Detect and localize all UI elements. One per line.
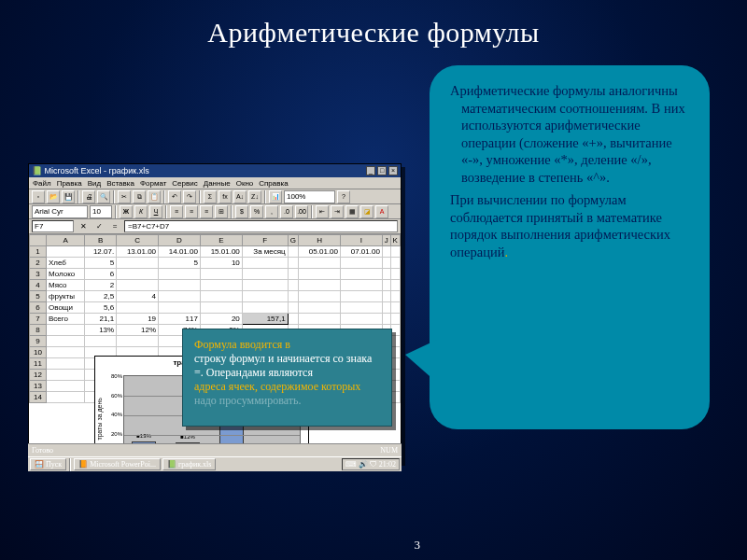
cell[interactable] [299,258,341,269]
col-header[interactable]: H [299,235,341,246]
copy-icon[interactable]: ⧉ [133,190,146,203]
cell[interactable] [159,291,201,302]
start-button[interactable]: 🪟 Пуск [30,458,66,470]
indent-inc-icon[interactable]: ⇥ [331,205,344,218]
row-header[interactable]: 14 [30,392,47,403]
sort-asc-icon[interactable]: A↓ [233,190,247,203]
cell[interactable] [341,258,383,269]
cell[interactable]: Овощи [47,302,85,314]
currency-icon[interactable]: $ [235,205,248,218]
col-header[interactable]: J [382,235,390,246]
cancel-icon[interactable]: ✕ [77,222,90,231]
cell[interactable] [390,258,400,269]
cell[interactable] [382,246,390,258]
cell[interactable] [159,302,201,314]
cell[interactable]: Молоко [47,269,85,280]
cell[interactable] [47,392,85,403]
cell[interactable] [382,291,390,302]
menu-edit[interactable]: Правка [57,179,82,188]
row-header[interactable]: 10 [30,347,47,358]
row-header[interactable]: 4 [30,280,47,291]
cell[interactable] [47,370,85,381]
save-icon[interactable]: 💾 [62,190,75,203]
cell[interactable] [242,302,288,314]
cell[interactable] [47,246,85,258]
format-toolbar[interactable]: Arial Cyr 10 Ж К Ч ≡ ≡ ≡ ⊞ $ % , .0 .00 … [29,204,401,219]
preview-icon[interactable]: 🔍 [97,190,110,203]
col-header[interactable]: D [159,235,201,246]
cell[interactable]: 117 [159,314,201,325]
titlebar[interactable]: 📗 Microsoft Excel - график.xls _ □ × [29,164,401,177]
cell[interactable]: 5,6 [85,302,117,314]
cell[interactable]: 2 [85,280,117,291]
cell[interactable] [117,269,159,280]
col-header[interactable]: K [390,235,400,246]
cell[interactable] [341,280,383,291]
cell[interactable] [390,314,400,325]
cell[interactable]: 19 [117,314,159,325]
minimize-button[interactable]: _ [366,166,375,175]
cell[interactable] [288,314,298,325]
cell[interactable]: 12% [117,325,159,336]
cell[interactable] [288,269,298,280]
fx-icon[interactable]: fx [218,190,232,203]
paste-icon[interactable]: 📋 [148,190,161,203]
row-header[interactable]: 6 [30,302,47,314]
cell[interactable]: Мясо [47,280,85,291]
col-header[interactable]: B [85,235,117,246]
cell[interactable] [382,258,390,269]
cell[interactable]: 14.01.00 [159,246,201,258]
row-header[interactable]: 1 [30,246,47,258]
cell[interactable] [390,291,400,302]
comma-icon[interactable]: , [265,205,278,218]
col-header[interactable]: F [242,235,288,246]
cell[interactable]: 5 [85,258,117,269]
row-header[interactable]: 13 [30,381,47,392]
col-header[interactable]: C [117,235,159,246]
cell[interactable] [242,280,288,291]
chart-icon[interactable]: 📊 [269,190,282,203]
table-row[interactable]: 2Хлеб5510 [30,258,401,269]
cell[interactable]: 13.01.00 [117,246,159,258]
inc-decimal-icon[interactable]: .0 [280,205,293,218]
align-left-icon[interactable]: ≡ [170,205,183,218]
new-icon[interactable]: ▫ [32,190,45,203]
row-header[interactable]: 9 [30,336,47,347]
print-icon[interactable]: 🖨 [82,190,95,203]
cell[interactable] [47,381,85,392]
cell[interactable] [341,302,383,314]
cell[interactable] [200,302,242,314]
row-header[interactable]: 3 [30,269,47,280]
col-header[interactable]: I [341,235,383,246]
cell[interactable] [159,269,201,280]
cell[interactable]: 13% [85,325,117,336]
cell[interactable] [47,336,85,347]
cell[interactable] [341,291,383,302]
cell[interactable] [382,280,390,291]
cell[interactable]: 15.01.00 [200,246,242,258]
cell[interactable] [299,291,341,302]
col-header[interactable]: A [47,235,85,246]
menu-file[interactable]: Файл [33,179,51,188]
cell[interactable]: За месяц [242,246,288,258]
cell[interactable] [341,314,383,325]
cell[interactable] [288,258,298,269]
fill-color-icon[interactable]: ◪ [360,205,374,218]
cell[interactable] [288,302,298,314]
cell[interactable] [242,258,288,269]
cell[interactable]: фрукты [47,291,85,302]
cell[interactable] [299,302,341,314]
equals-icon[interactable]: = [108,222,121,231]
bold-icon[interactable]: Ж [120,205,133,218]
cell[interactable] [200,291,242,302]
borders-icon[interactable]: ▦ [345,205,359,218]
cell[interactable]: 4 [117,291,159,302]
close-button[interactable]: × [388,166,398,175]
sum-icon[interactable]: Σ [204,190,217,203]
cell[interactable] [299,280,341,291]
cell[interactable]: 10 [200,258,242,269]
cell[interactable] [200,280,242,291]
cell[interactable] [390,280,400,291]
cell[interactable] [47,358,85,370]
font-color-icon[interactable]: A [375,205,388,218]
